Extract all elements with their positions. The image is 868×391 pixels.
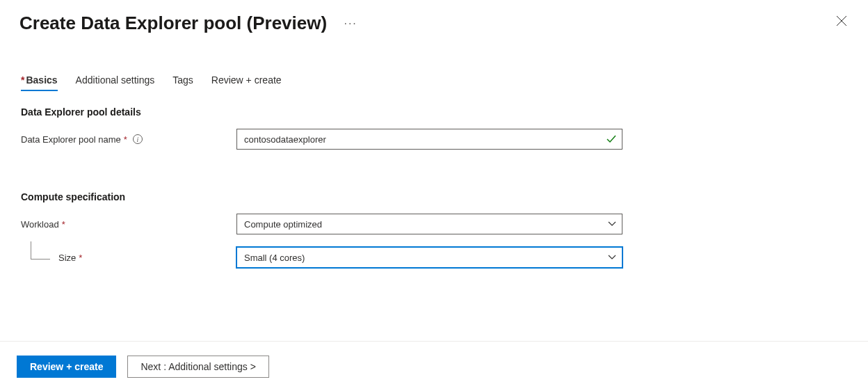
section-title-compute: Compute specification (21, 191, 847, 202)
close-icon (836, 15, 847, 26)
tab-additional-settings[interactable]: Additional settings (76, 74, 155, 90)
tabs: *Basics Additional settings Tags Review … (0, 74, 868, 90)
chevron-down-icon (608, 220, 616, 228)
required-indicator: * (124, 134, 127, 145)
page-title: Create Data Explorer pool (Preview) (19, 13, 327, 34)
footer: Review + create Next : Additional settin… (0, 341, 868, 391)
required-indicator: * (79, 253, 82, 263)
section-title-details: Data Explorer pool details (21, 106, 847, 118)
close-button[interactable] (833, 13, 850, 29)
more-actions-button[interactable]: ··· (342, 15, 359, 32)
tab-tags[interactable]: Tags (172, 74, 193, 90)
tab-basics[interactable]: *Basics (21, 74, 58, 90)
required-indicator: * (62, 219, 65, 230)
tab-basics-label: Basics (26, 74, 57, 86)
chevron-down-icon (608, 253, 616, 262)
tree-connector (31, 241, 50, 260)
review-create-button[interactable]: Review + create (17, 356, 116, 378)
size-select[interactable]: Small (4 cores) (236, 247, 622, 268)
info-icon[interactable]: i (133, 134, 143, 144)
size-label: Size (58, 253, 76, 263)
required-indicator: * (21, 74, 24, 86)
tab-review-create[interactable]: Review + create (211, 74, 282, 90)
pool-name-label: Data Explorer pool name (21, 134, 121, 145)
pool-name-input[interactable] (236, 129, 622, 150)
checkmark-icon (606, 134, 617, 145)
workload-select-value: Compute optimized (244, 219, 322, 230)
size-select-value: Small (4 cores) (244, 253, 305, 263)
workload-select[interactable]: Compute optimized (236, 214, 622, 234)
next-button[interactable]: Next : Additional settings > (127, 356, 268, 378)
workload-label: Workload (21, 219, 59, 230)
